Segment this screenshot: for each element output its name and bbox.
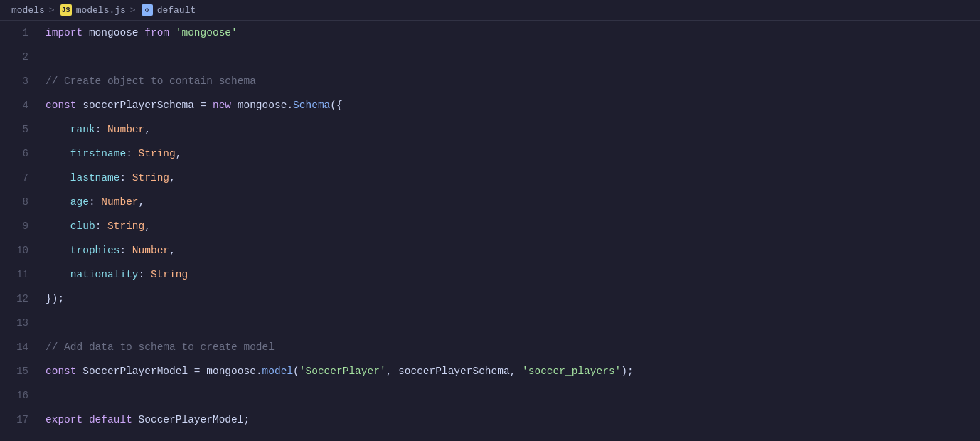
token-var — [46, 220, 70, 232]
token-var: soccerPlayerSchema — [77, 100, 201, 111]
token-punct: : — [139, 269, 145, 280]
code-line: // Create object to contain schema — [40, 69, 980, 93]
symbol-icon: ⊙ — [142, 4, 153, 16]
token-kw: new — [213, 100, 231, 111]
line-number: 15 — [11, 359, 28, 383]
line-number: 2 — [11, 45, 28, 69]
token-prop: rank — [70, 124, 95, 135]
token-var: SoccerPlayerModel — [77, 366, 194, 377]
token-punct: , — [144, 220, 151, 232]
line-number: 17 — [11, 408, 28, 432]
token-var — [46, 148, 70, 159]
code-line — [40, 45, 980, 69]
line-number: 5 — [11, 117, 28, 142]
code-line — [40, 383, 980, 408]
token-var — [101, 124, 107, 135]
token-punct: }); — [46, 293, 64, 304]
token-punct: ); — [621, 366, 633, 377]
token-punct: = — [194, 366, 201, 377]
token-var: mongoose — [231, 100, 287, 111]
token-punct: , — [169, 245, 176, 256]
breadcrumb-sep1: > — [49, 5, 55, 16]
token-prop: firstname — [70, 148, 126, 159]
line-numbers: 1234567891011121314151617 — [0, 21, 40, 438]
token-type: Number — [132, 245, 169, 256]
code-line: import mongoose from 'mongoose' — [40, 21, 980, 45]
code-line: const soccerPlayerSchema = new mongoose.… — [40, 93, 980, 117]
token-type: Number — [101, 196, 138, 208]
code-line: rank: Number, — [40, 117, 980, 142]
token-kw: export — [46, 414, 82, 425]
js-icon: JS — [60, 4, 72, 16]
editor: 1234567891011121314151617 import mongoos… — [0, 21, 980, 438]
line-number: 13 — [11, 311, 28, 335]
token-prop: age — [70, 196, 89, 208]
token-prop: lastname — [70, 172, 120, 184]
line-number: 4 — [11, 93, 28, 117]
code-line — [40, 311, 980, 335]
token-var — [144, 269, 151, 280]
token-punct: , soccerPlayerSchema, — [386, 366, 522, 377]
breadcrumb-folder[interactable]: models — [11, 5, 45, 16]
token-comment: // Add data to schema to create model — [46, 341, 275, 353]
line-number: 14 — [11, 335, 28, 359]
code-line: // Add data to schema to create model — [40, 335, 980, 359]
token-var — [46, 269, 70, 280]
token-type: String — [151, 269, 188, 280]
token-punct: , — [139, 196, 145, 208]
token-kw: const — [46, 366, 77, 377]
token-punct: ( — [293, 366, 299, 377]
token-prop: club — [70, 220, 95, 232]
code-area[interactable]: import mongoose from 'mongoose' // Creat… — [40, 21, 980, 438]
code-line: }); — [40, 287, 980, 311]
token-str: 'soccer_players' — [522, 366, 621, 377]
code-line: trophies: Number, — [40, 238, 980, 262]
token-fn: model — [262, 366, 294, 377]
token-type: String — [107, 220, 144, 232]
breadcrumb-sep2: > — [130, 5, 136, 16]
token-var — [126, 245, 132, 256]
token-punct: , — [144, 124, 151, 135]
token-punct: : — [119, 245, 126, 256]
breadcrumb-file[interactable]: models.js — [76, 5, 126, 16]
token-type: Number — [107, 124, 144, 135]
line-number: 1 — [11, 21, 28, 45]
token-punct: . — [256, 366, 262, 377]
token-var — [46, 172, 70, 184]
line-number: 7 — [11, 166, 28, 190]
token-prop: nationality — [70, 269, 139, 280]
token-var — [46, 124, 70, 135]
code-line: lastname: String, — [40, 166, 980, 190]
token-var — [82, 414, 89, 425]
token-var — [206, 100, 213, 111]
token-from-kw: from — [144, 27, 169, 38]
breadcrumb: models > JS models.js > ⊙ default — [0, 0, 980, 21]
line-number: 11 — [11, 262, 28, 287]
token-var — [46, 196, 70, 208]
token-str: 'SoccerPlayer' — [299, 366, 386, 377]
code-line: firstname: String, — [40, 142, 980, 166]
token-prop: trophies — [70, 245, 120, 256]
token-kw: default — [89, 414, 132, 425]
code-line: const SoccerPlayerModel = mongoose.model… — [40, 359, 980, 383]
line-number: 10 — [11, 238, 28, 262]
code-line: nationality: String — [40, 262, 980, 287]
token-str: 'mongoose' — [176, 27, 238, 38]
token-fn: Schema — [293, 100, 330, 111]
breadcrumb-export[interactable]: default — [157, 5, 196, 16]
token-punct: , — [176, 148, 182, 159]
token-punct: : — [89, 196, 95, 208]
line-number: 16 — [11, 383, 28, 408]
token-var — [132, 148, 139, 159]
token-type: String — [139, 148, 176, 159]
code-line: age: Number, — [40, 190, 980, 214]
token-var: SoccerPlayerModel — [132, 414, 244, 425]
token-punct: : — [119, 172, 126, 184]
token-var — [46, 245, 70, 256]
code-line: export default SoccerPlayerModel; — [40, 408, 980, 432]
token-var: mongoose — [82, 27, 144, 38]
token-kw: import — [46, 27, 82, 38]
token-punct: . — [287, 100, 293, 111]
token-punct: , — [169, 172, 176, 184]
token-punct: = — [201, 100, 207, 111]
